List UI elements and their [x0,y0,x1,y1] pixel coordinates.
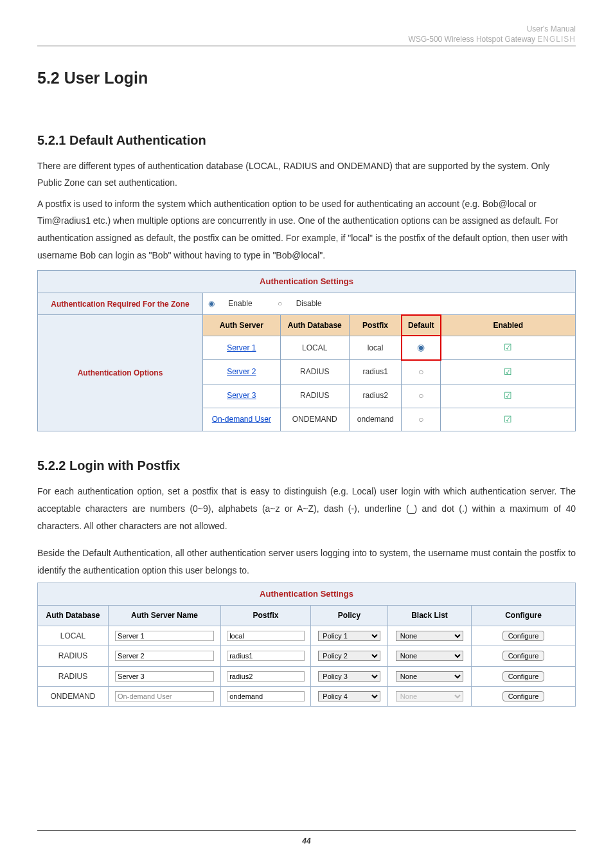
cell-postfix: radius2 [349,384,402,408]
paragraph-5-2-2-b: Beside the Default Authentication, all o… [37,545,576,579]
table1-title: Authentication Settings [38,271,576,293]
configure-button-4[interactable]: Configure [502,691,545,701]
checkbox-icon [504,342,512,352]
cell-db: ONDEMAND [38,686,109,706]
configure-button-3[interactable]: Configure [502,671,545,682]
table2-title: Authentication Settings [38,583,576,606]
table-row: ONDEMAND Policy 4 None Configure [38,686,576,706]
col-auth-server-name: Auth Server Name [109,606,221,626]
input-postfix-2[interactable] [227,651,305,661]
radio-off-icon [418,390,423,401]
configure-button-1[interactable]: Configure [502,631,545,641]
select-policy-1[interactable]: Policy 1 [318,631,380,641]
col-auth-db: Auth Database [280,315,349,336]
radio-enable-label: Enable [228,299,252,308]
link-server-2[interactable]: Server 2 [227,367,256,376]
page-number: 44 [302,836,310,845]
checkbox-icon [504,366,512,377]
radio-disable[interactable]: Disable [278,299,333,308]
input-server-name-3[interactable] [115,671,214,682]
cell-db: RADIUS [38,666,109,686]
radio-on-icon [208,299,215,308]
footer-rule [37,830,576,831]
radio-disable-label: Disable [296,299,322,308]
table-row: RADIUS Policy 3 None Configure [38,666,576,686]
radio-default-3[interactable] [402,384,441,408]
section-heading-5-2-2: 5.2.2 Login with Postfix [37,455,576,476]
select-blacklist-3[interactable]: None [396,671,463,682]
cell-db: RADIUS [280,360,349,384]
auth-required-radio-group: Enable Disable [203,293,576,315]
radio-default-2[interactable] [402,360,441,384]
cell-postfix: ondemand [349,408,402,431]
col-enabled: Enabled [441,315,576,336]
col-policy: Policy [311,606,388,626]
paragraph-5-2-2-a: For each authentication option, set a po… [37,483,576,534]
col-configure: Configure [472,606,576,626]
radio-off-icon [418,414,423,424]
checkbox-enabled-4[interactable] [441,408,576,431]
link-ondemand-user[interactable]: On-demand User [212,415,271,424]
section-heading-5-2: 5.2 User Login [37,64,576,92]
header-line-1: User's Manual [37,24,576,35]
link-server-3[interactable]: Server 3 [227,391,256,400]
input-server-name-2[interactable] [115,651,214,661]
cell-db: LOCAL [280,336,349,360]
header-product: WSG-500 Wireless Hotspot Gateway [409,35,538,44]
table-row: RADIUS Policy 2 None Configure [38,646,576,666]
auth-settings-table-1: Authentication Settings Authentication R… [37,270,576,431]
cell-db: LOCAL [38,626,109,646]
select-policy-2[interactable]: Policy 2 [318,651,380,661]
header-language: ENGLISH [537,35,576,44]
select-policy-4[interactable]: Policy 4 [318,691,380,701]
checkbox-enabled-1[interactable] [441,336,576,360]
section-heading-5-2-1: 5.2.1 Default Authentication [37,129,576,151]
table-row: LOCAL Policy 1 None Configure [38,626,576,646]
radio-enable[interactable]: Enable [208,299,264,308]
checkbox-icon [504,390,512,401]
auth-settings-table-2: Authentication Settings Auth Database Au… [37,583,576,707]
cell-db: ONDEMAND [280,408,349,431]
cell-db: RADIUS [38,646,109,666]
col-postfix: Postfix [221,606,311,626]
label-auth-options: Authentication Options [38,315,203,431]
col-postfix: Postfix [349,315,402,336]
checkbox-enabled-2[interactable] [441,360,576,384]
col-auth-server: Auth Server [203,315,281,336]
select-blacklist-4: None [396,691,463,701]
header-rule [37,46,576,46]
radio-default-4[interactable] [402,408,441,431]
select-blacklist-1[interactable]: None [396,631,463,641]
cell-postfix: local [349,336,402,360]
checkbox-icon [504,414,512,424]
radio-on-icon [417,342,425,352]
configure-button-2[interactable]: Configure [502,651,545,661]
input-postfix-1[interactable] [227,631,305,641]
page-header: User's Manual WSG-500 Wireless Hotspot G… [37,24,576,46]
col-black-list: Black List [388,606,472,626]
input-postfix-3[interactable] [227,671,305,682]
select-blacklist-2[interactable]: None [396,651,463,661]
page-footer: 44 [0,830,613,849]
radio-default-1[interactable] [402,336,441,360]
input-server-name-1[interactable] [115,631,214,641]
header-line-2: WSG-500 Wireless Hotspot Gateway ENGLISH [37,35,576,45]
col-default: Default [402,315,441,336]
cell-postfix: radius1 [349,360,402,384]
input-postfix-4[interactable] [227,691,305,701]
col-auth-database: Auth Database [38,606,109,626]
label-auth-required-zone: Authentication Required For the Zone [38,293,203,315]
select-policy-3[interactable]: Policy 3 [318,671,380,682]
cell-db: RADIUS [280,384,349,408]
checkbox-enabled-3[interactable] [441,384,576,408]
input-server-name-4 [115,691,214,701]
radio-off-icon [418,366,423,377]
paragraph-5-2-1-b: A postfix is used to inform the system w… [37,195,576,264]
radio-off-icon [278,299,282,308]
paragraph-5-2-1-a: There are different types of authenticat… [37,158,576,192]
link-server-1[interactable]: Server 1 [227,343,256,352]
